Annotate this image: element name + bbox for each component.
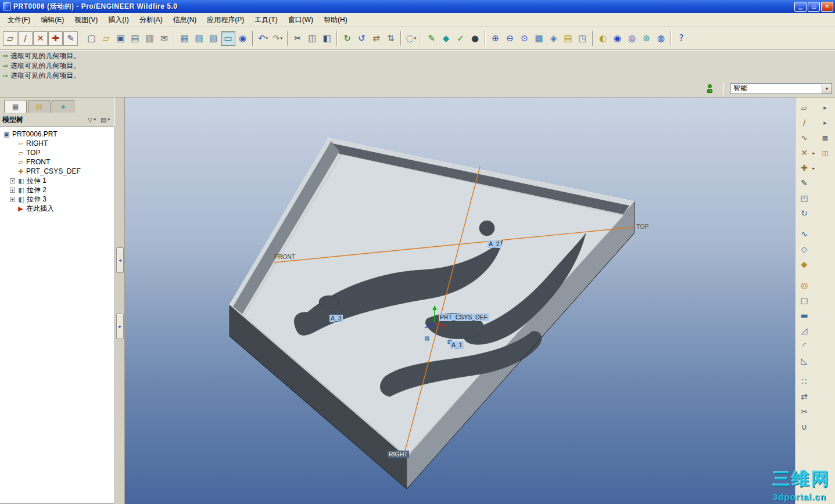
datum-plane-display-button[interactable]: ▱ <box>3 31 17 46</box>
panel-splitter[interactable]: ◂ ▸ <box>114 98 125 504</box>
print-button[interactable]: ▤ <box>128 31 142 46</box>
flyout-chevron-button[interactable]: ▸ <box>819 116 832 129</box>
datum-axis-tool-button[interactable]: ∕ <box>797 116 811 129</box>
repaint-button[interactable]: ▩ <box>532 31 546 46</box>
undo-button[interactable]: ↶▾ <box>256 31 270 46</box>
print-preview-button[interactable]: ▥ <box>142 31 157 46</box>
axis-label-a2[interactable]: A_2 <box>488 240 501 248</box>
reorient-button[interactable]: ◈ <box>546 31 561 46</box>
restore-button[interactable]: ◱ <box>808 2 820 12</box>
extrude-tool-button[interactable]: ◰ <box>797 191 811 205</box>
menu-edit[interactable]: 编辑(E) <box>35 13 69 27</box>
3d-viewport[interactable]: FRONT TOP RIGHT PRT_CSYS_DEF A_1 A_2 A_3 <box>125 98 795 504</box>
model-cleanup-button[interactable]: ⇅ <box>384 31 398 46</box>
datum-plane-tool-button[interactable]: ▱ <box>797 100 811 114</box>
datum-point-tool-button[interactable]: ✕▸ <box>797 146 811 160</box>
hole-tool-button[interactable]: ◎ <box>797 278 811 292</box>
web-browser-button[interactable]: ◍ <box>654 31 668 46</box>
flyout-arrow-icon[interactable]: ▸ <box>812 151 815 156</box>
datum-axis-display-button[interactable]: ∕ <box>18 31 33 46</box>
appearance-gallery-button[interactable]: ◐ <box>596 31 610 46</box>
edit-points-button[interactable]: ◆ <box>439 31 453 46</box>
menu-help[interactable]: 帮助(H) <box>318 13 353 27</box>
round-tool-button[interactable]: ◜ <box>797 339 811 352</box>
regenerate-button[interactable]: ↻ <box>340 31 354 46</box>
delete-old-versions-button[interactable]: ▧ <box>192 31 206 46</box>
tree-filter-button[interactable]: ▽▾ <box>85 114 98 125</box>
chamfer-tool-button[interactable]: ◺ <box>797 354 811 368</box>
tree-item-insert-here[interactable]: ▶在此插入 <box>2 204 114 213</box>
combo-dropdown-button[interactable]: ▾ <box>822 84 832 93</box>
open-file-button[interactable]: ▱ <box>99 31 113 46</box>
erase-display-button[interactable]: ▦ <box>177 31 192 46</box>
selection-filter-combo[interactable]: 智能 ▾ <box>730 83 832 94</box>
split-window-button[interactable]: ◫ <box>819 146 832 159</box>
menu-window[interactable]: 窗口(W) <box>283 13 318 27</box>
sketch-tool-button[interactable]: ✎ <box>797 176 811 190</box>
tab-favorites[interactable]: ∗ <box>52 100 74 113</box>
tree-settings-button[interactable]: ▤▾ <box>98 114 112 125</box>
send-email-button[interactable]: ✉ <box>157 31 171 46</box>
style-tool-button[interactable]: ◆ <box>797 257 811 271</box>
cutout-hole-a3[interactable] <box>319 296 339 308</box>
grid-toggle-button[interactable]: ▦ <box>819 131 832 144</box>
rib-tool-button[interactable]: ▬ <box>797 308 811 322</box>
tree-item-extrude-3[interactable]: +◧拉伸 3 <box>2 195 114 204</box>
revolve-tool-button[interactable]: ↻ <box>797 206 811 220</box>
menu-view[interactable]: 视图(V) <box>69 13 103 27</box>
context-help-button[interactable]: ? <box>674 31 689 46</box>
verify-button[interactable]: ✓ <box>453 31 468 46</box>
shaded-display-button[interactable]: ● <box>468 31 482 46</box>
menu-applications[interactable]: 应用程序(P) <box>202 13 249 27</box>
backup-model-button[interactable]: ▨ <box>206 31 221 46</box>
tree-item-csys[interactable]: ✚PRT_CSYS_DEF <box>2 167 114 176</box>
flyout-arrow-icon[interactable]: ▸ <box>812 166 815 171</box>
tree-item-front-plane[interactable]: ▱FRONT <box>2 157 114 167</box>
sketcher-diagnostics-button[interactable]: ✎ <box>424 31 439 46</box>
close-button[interactable]: ✕ <box>821 2 833 12</box>
datum-label-front[interactable]: FRONT <box>273 253 296 261</box>
datum-csys-display-button[interactable]: ✚ <box>48 31 63 46</box>
datum-label-top[interactable]: TOP <box>635 223 650 231</box>
layers-button[interactable]: ▤ <box>561 31 575 46</box>
datum-point-display-button[interactable]: ✕ <box>33 31 48 46</box>
expand-icon[interactable]: + <box>10 188 15 193</box>
tab-model-tree[interactable]: ▦ <box>4 100 27 113</box>
refit-button[interactable]: ⊙ <box>517 31 532 46</box>
cutout-hole-a2[interactable] <box>479 221 494 236</box>
mirror-tool-button[interactable]: ⇄ <box>797 390 811 404</box>
menu-tools[interactable]: 工具(T) <box>249 13 282 27</box>
zoom-out-button[interactable]: ⊖ <box>503 31 517 46</box>
expand-icon[interactable]: + <box>10 178 15 183</box>
zoom-in-button[interactable]: ⊕ <box>488 31 503 46</box>
flyout-chevron-button[interactable]: ▸ <box>819 101 832 114</box>
minimize-button[interactable]: ▁ <box>794 2 807 12</box>
datum-curve-tool-button[interactable]: ∿ <box>797 131 811 145</box>
tree-item-top-plane[interactable]: ▱TOP <box>2 148 114 157</box>
tab-folder-browser[interactable]: ▤ <box>28 100 51 113</box>
datum-label-csys[interactable]: PRT_CSYS_DEF <box>439 314 489 321</box>
menu-info[interactable]: 信息(N) <box>168 13 202 27</box>
copy-button[interactable]: ◫ <box>305 31 320 46</box>
paste-button[interactable]: ◧ <box>320 31 334 46</box>
tree-item-extrude-1[interactable]: +◧拉伸 1 <box>2 176 114 185</box>
menu-file[interactable]: 文件(F) <box>2 13 35 27</box>
display-style-button[interactable]: ▭ <box>221 31 235 46</box>
splitter-expand-button[interactable]: ▸ <box>116 314 124 339</box>
regeneration-manager-button[interactable]: ⇄ <box>369 31 384 46</box>
render-window-button[interactable]: ◉ <box>610 31 625 46</box>
view-manager-button[interactable]: ◳ <box>575 31 590 46</box>
merge-tool-button[interactable]: ∪ <box>797 420 811 434</box>
datum-csys-tool-button[interactable]: ✚▸ <box>797 161 811 175</box>
annotation-display-button[interactable]: ✎ <box>63 31 78 46</box>
menu-insert[interactable]: 插入(I) <box>103 13 134 27</box>
boundary-blend-tool-button[interactable]: ◇ <box>797 242 811 256</box>
custom-regenerate-button[interactable]: ↺ <box>354 31 369 46</box>
selection-handle[interactable] <box>425 337 429 340</box>
menu-analysis[interactable]: 分析(A) <box>134 13 168 27</box>
redo-button[interactable]: ↷▾ <box>270 31 285 46</box>
sweep-tool-button[interactable]: ∿ <box>797 227 811 241</box>
pattern-tool-button[interactable]: ∷ <box>797 375 811 388</box>
spin-center-button[interactable]: ◉ <box>235 31 250 46</box>
tree-item-part[interactable]: ▣PRT0006.PRT <box>2 129 114 139</box>
